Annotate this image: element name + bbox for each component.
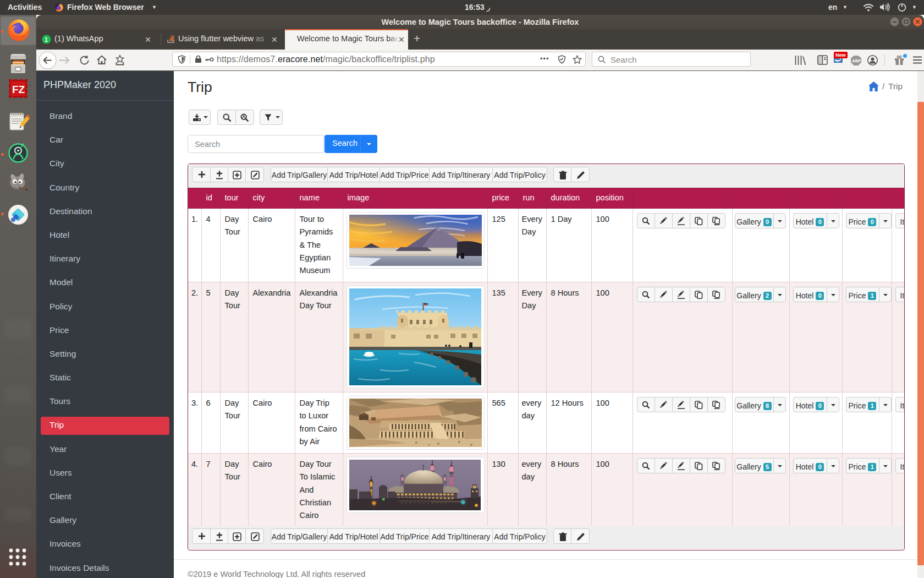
- svg-text:A: A: [242, 114, 245, 119]
- svg-text:1: 1: [45, 36, 48, 43]
- svg-text:FZ: FZ: [12, 84, 25, 95]
- svg-text:ABP: ABP: [852, 58, 861, 63]
